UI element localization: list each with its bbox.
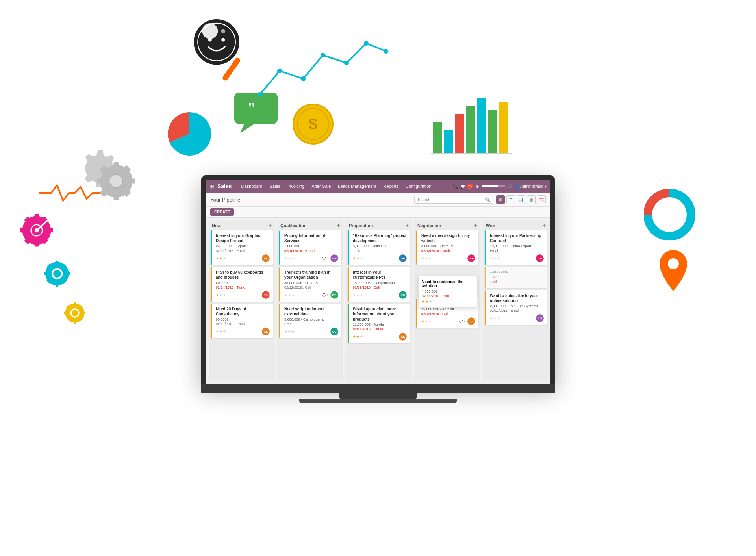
nav-config[interactable]: Configuration <box>402 182 434 190</box>
card-stars[interactable]: ★ ★ ★ <box>421 319 432 323</box>
card-stars[interactable]: ★ ★ ★ <box>216 330 226 334</box>
card-stars[interactable]: ★ ★ ★ <box>353 293 363 297</box>
phone-icon[interactable]: 📞 <box>453 184 458 189</box>
star-3[interactable]: ★ <box>291 293 295 297</box>
card-footer: ★ ★ ★ CC <box>353 291 407 299</box>
avatar-initials: DP <box>399 254 407 262</box>
star-3[interactable]: ★ <box>497 316 500 320</box>
star-3[interactable]: ★ <box>428 319 432 323</box>
card-title: Interest in your customizable Pcs <box>353 270 407 280</box>
card-amount: 19,800.00€ - China Export <box>490 244 544 248</box>
svg-point-0 <box>109 174 124 189</box>
star-1[interactable]: ★ <box>353 335 356 339</box>
star-1[interactable]: ★ <box>353 256 356 260</box>
svg-rect-40 <box>66 305 70 309</box>
nav-after-sale[interactable]: After-Sale <box>308 182 334 190</box>
star-1[interactable]: ★ <box>421 319 424 323</box>
star-3[interactable]: ★ <box>223 256 226 260</box>
star-1[interactable]: ★ <box>490 256 493 260</box>
star-2[interactable]: ★ <box>356 256 359 260</box>
card-footer: ★ ★ ★ AL <box>216 328 270 335</box>
card-footer: ★ ★ ★ 💬 2 DP <box>284 291 338 299</box>
card-stars[interactable]: ★ ★ ★ <box>284 293 295 297</box>
card-stars[interactable]: ★ ★ ★ <box>353 256 363 260</box>
calendar-view-btn[interactable]: 📅 <box>537 195 546 204</box>
column-add-new[interactable]: + <box>269 223 272 228</box>
nav-menu: Dashboard Sales Invoicing After-Sale Lea… <box>238 182 453 190</box>
list-view-btn[interactable]: ☰ <box>506 195 515 204</box>
star-3[interactable]: ★ <box>223 330 226 334</box>
star-2[interactable]: ★ <box>219 256 222 260</box>
column-add-won[interactable]: + <box>543 223 546 228</box>
star-1[interactable]: ★ <box>216 293 219 297</box>
nav-dashboard[interactable]: Dashboard <box>238 182 266 190</box>
gear-pink-icon <box>11 205 62 256</box>
star-2[interactable]: ★ <box>288 293 291 297</box>
star-1[interactable]: ★ <box>284 293 287 297</box>
column-cards-qual: Pricing Information of Services 1,000.00… <box>277 230 343 381</box>
card-title: Trainee's training plan in your Organiza… <box>284 270 338 280</box>
nav-sales[interactable]: Sales <box>266 182 284 190</box>
card-stars[interactable]: ★ ★ ★ <box>490 316 500 320</box>
star-2[interactable]: ★ <box>288 330 291 334</box>
star-1[interactable]: ★ <box>490 316 493 320</box>
star-2[interactable]: ★ <box>356 335 359 339</box>
column-add-prop[interactable]: + <box>406 223 409 228</box>
star-3[interactable]: ★ <box>428 256 432 260</box>
nav-leads[interactable]: Leads Management <box>335 182 379 190</box>
star-2[interactable]: ★ <box>493 316 497 320</box>
star-1[interactable]: ★ <box>284 330 287 334</box>
star-3[interactable]: ★ <box>360 293 363 297</box>
card-amount: 25,000.00€ - Agrolait <box>421 307 475 311</box>
column-negotiation: Negotiation + Need a new design for my w… <box>414 221 480 381</box>
card-stars[interactable]: ★ ★ ★ <box>284 330 295 334</box>
star-2[interactable]: ★ <box>356 293 359 297</box>
card-stars[interactable]: ★ ★ ★ <box>353 335 363 339</box>
search-input[interactable] <box>414 196 493 204</box>
card-stars[interactable]: ★ ★ ★ <box>216 293 226 297</box>
star-1[interactable]: ★ <box>216 330 219 334</box>
svg-point-12 <box>32 225 42 235</box>
star-3[interactable]: ★ <box>291 330 295 334</box>
star-1[interactable]: ★ <box>421 256 424 260</box>
star-2[interactable]: ★ <box>219 330 222 334</box>
card-stars[interactable]: ★ ★ ★ <box>490 256 500 260</box>
kanban-view-btn[interactable]: ⊞ <box>496 195 505 204</box>
card-stars[interactable]: ★ ★ ★ <box>421 256 432 260</box>
star-1[interactable]: ★ <box>284 256 287 260</box>
star-1[interactable]: ★ <box>216 256 219 260</box>
admin-menu[interactable]: 👤 Administrator ▾ <box>515 184 547 189</box>
star-2[interactable]: ★ <box>219 293 222 297</box>
sub-header-right: 🔍 ⊞ ☰ 📊 ▦ 📅 <box>414 195 546 204</box>
kanban-board: New + Interest in your Graphic Design Pr… <box>206 218 550 384</box>
svg-rect-58 <box>477 98 486 154</box>
svg-rect-18 <box>24 216 31 223</box>
star-3[interactable]: ★ <box>497 256 500 260</box>
chart-view-btn[interactable]: 📊 <box>517 195 525 204</box>
card-amount: 11,000.00€ - Agrolait <box>353 322 407 326</box>
nav-reports[interactable]: Reports <box>380 182 402 190</box>
star-3[interactable]: ★ <box>223 293 226 297</box>
settings-icon[interactable]: ⚙ <box>476 184 479 189</box>
card-stars[interactable]: ★ ★ ★ <box>284 256 295 260</box>
star-2[interactable]: ★ <box>288 256 291 260</box>
card-title: Need script to Import external data <box>284 306 338 317</box>
star-3[interactable]: ★ <box>360 335 363 339</box>
sound-icon[interactable]: 🔊 <box>508 184 512 189</box>
star-2: ★ <box>425 300 428 304</box>
apps-grid-icon[interactable]: ⊞ <box>209 183 214 189</box>
star-2[interactable]: ★ <box>493 256 497 260</box>
card-color-bar <box>211 230 212 265</box>
svg-rect-38 <box>64 312 68 314</box>
star-2[interactable]: ★ <box>425 256 428 260</box>
column-add-neg[interactable]: + <box>474 223 477 228</box>
create-button[interactable]: CREATE <box>210 208 234 216</box>
nav-invoicing[interactable]: Invoicing <box>284 182 308 190</box>
card-stars[interactable]: ★ ★ ★ <box>216 256 226 260</box>
star-1[interactable]: ★ <box>353 293 356 297</box>
star-3[interactable]: ★ <box>291 256 295 260</box>
column-add-qual[interactable]: + <box>337 223 340 228</box>
star-2[interactable]: ★ <box>425 319 428 323</box>
table-view-btn[interactable]: ▦ <box>527 195 536 204</box>
star-3[interactable]: ★ <box>360 256 363 260</box>
